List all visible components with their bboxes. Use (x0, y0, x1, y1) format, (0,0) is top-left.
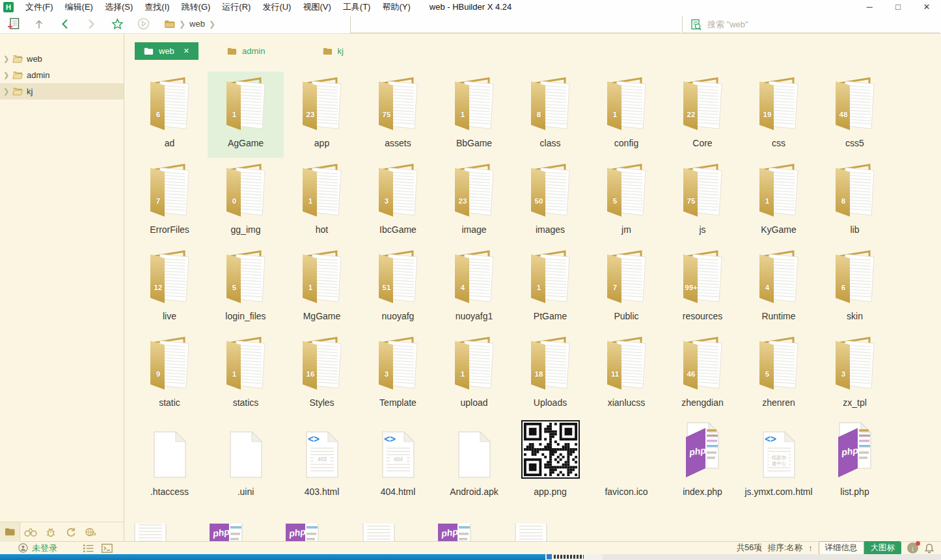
folder-item[interactable]: 18 Uploads (512, 331, 588, 418)
folder-item[interactable]: 5 login_files (208, 245, 284, 331)
folder-item[interactable]: 5 zhenren (741, 331, 817, 418)
detail-view-button[interactable]: 详细信息 (819, 541, 864, 555)
search-input[interactable]: 搜索 "web" (682, 16, 940, 33)
file-item[interactable]: <> 404 404.html (360, 418, 436, 524)
new-file-button[interactable] (0, 15, 26, 33)
close-icon[interactable]: ✕ (184, 47, 189, 55)
file-item[interactable]: app.png (512, 418, 588, 524)
large-icons-button[interactable]: 大图标 (864, 541, 902, 555)
file-item[interactable]: php list.php (817, 418, 893, 524)
menu-item[interactable]: 选择(S) (99, 0, 139, 14)
maximize-button[interactable]: □ (884, 0, 912, 14)
file-item[interactable]: php index.php (664, 418, 741, 524)
menu-item[interactable]: 跳转(G) (176, 0, 217, 14)
outline-list-icon[interactable] (83, 544, 94, 553)
binoculars-search-icon[interactable] (20, 522, 40, 542)
run-button[interactable] (130, 15, 156, 33)
folder-item[interactable]: 8 class (512, 72, 588, 158)
sidebar-item-admin[interactable]: ❯ admin (0, 67, 124, 83)
login-status[interactable]: 未登录 (32, 542, 57, 554)
sidebar-item-kj[interactable]: ❯ kj (0, 83, 124, 100)
folder-item[interactable]: 11 xianlucss (588, 331, 664, 418)
folder-item[interactable]: 16 Styles (284, 331, 360, 418)
folder-item[interactable]: 7 ErrorFiles (131, 158, 208, 245)
folder-item[interactable]: 1 AgGame (208, 72, 284, 158)
folder-item[interactable]: 1 statics (208, 331, 284, 418)
folder-item[interactable]: 22 Core (664, 72, 741, 158)
close-button[interactable]: ✕ (912, 0, 941, 14)
menu-item[interactable]: 工具(T) (337, 0, 377, 14)
file-item[interactable]: favicon.ico (588, 418, 664, 524)
folder-item[interactable]: 75 assets (360, 72, 436, 158)
folder-item[interactable]: 50 images (512, 158, 588, 245)
folder-item[interactable]: 1 MgGame (284, 245, 360, 331)
folder-item[interactable]: 23 image (436, 158, 512, 245)
folder-item[interactable]: 1 hot (284, 158, 360, 245)
web-globe-icon[interactable] (81, 522, 101, 542)
folder-item[interactable]: 19 css (741, 72, 817, 158)
chevron-right-icon[interactable]: ❯ (3, 71, 8, 79)
menu-item[interactable]: 发行(U) (256, 0, 297, 14)
file-item-partial[interactable]: <> (131, 524, 208, 541)
menu-item[interactable]: 运行(R) (216, 0, 256, 14)
file-item[interactable]: Android.apk (436, 418, 512, 524)
folder-item[interactable]: 6 ad (131, 72, 208, 158)
folder-item[interactable]: 3 IbcGame (360, 158, 436, 245)
folder-item[interactable]: 75 js (664, 158, 741, 245)
menu-item[interactable]: 视图(V) (297, 0, 336, 14)
sort-direction-icon[interactable]: ↑ (808, 544, 812, 553)
file-item-partial[interactable]: TXT (512, 524, 588, 541)
tab-web[interactable]: web ✕ (135, 42, 198, 60)
folder-item[interactable]: 3 Template (360, 331, 436, 418)
file-item-partial[interactable]: TXT (360, 524, 436, 541)
chevron-right-icon[interactable]: ❯ (3, 87, 8, 96)
sync-refresh-icon[interactable] (61, 522, 81, 542)
folder-item[interactable]: 1 config (588, 72, 664, 158)
breadcrumb-folder[interactable]: web (189, 19, 205, 29)
minimize-button[interactable]: ─ (855, 0, 884, 14)
forward-button[interactable] (78, 15, 104, 33)
file-item[interactable]: .uini (208, 418, 284, 524)
favorite-button[interactable] (104, 15, 130, 33)
breadcrumb[interactable]: ❯ web ❯ (164, 19, 215, 29)
folder-item[interactable]: 23 app (284, 72, 360, 158)
folder-item[interactable]: 0 gg_img (208, 158, 284, 245)
menu-item[interactable]: 文件(F) (20, 0, 59, 14)
file-item[interactable]: <> 线路加 速中心 js.ymxt.com.html (741, 418, 817, 524)
sidebar-item-web[interactable]: ❯ web (0, 51, 124, 67)
folder-item[interactable]: 6 skin (817, 245, 893, 331)
menu-item[interactable]: 帮助(Y) (376, 0, 416, 14)
file-item-partial[interactable]: php (284, 524, 360, 541)
folder-item[interactable]: 1 PtGame (512, 245, 588, 331)
tab-kj[interactable]: kj (314, 42, 353, 60)
bell-icon[interactable] (924, 543, 934, 553)
project-explorer-icon[interactable] (0, 522, 20, 542)
folder-item[interactable]: 4 nuoyafg1 (436, 245, 512, 331)
folder-item[interactable]: 4 Runtime (741, 245, 817, 331)
folder-item[interactable]: 1 BbGame (436, 72, 512, 158)
folder-item[interactable]: 3 zx_tpl (817, 331, 893, 418)
folder-item[interactable]: 48 css5 (817, 72, 893, 158)
file-item-partial[interactable]: php (436, 524, 512, 541)
folder-item[interactable]: 12 live (131, 245, 208, 331)
folder-item[interactable]: 7 Public (588, 245, 664, 331)
file-item[interactable]: <> 403 403.html (284, 418, 360, 524)
folder-item[interactable]: 51 nuoyafg (360, 245, 436, 331)
menu-item[interactable]: 编辑(E) (59, 0, 99, 14)
chevron-right-icon[interactable]: ❯ (3, 55, 8, 63)
folder-item[interactable]: 46 zhengdian (664, 331, 741, 418)
folder-item[interactable]: 1 KyGame (741, 158, 817, 245)
up-button[interactable] (26, 15, 52, 33)
update-notification-icon[interactable]: ↓ (907, 542, 918, 553)
file-item-partial[interactable]: php (208, 524, 284, 541)
tab-admin[interactable]: admin (218, 42, 274, 60)
terminal-icon[interactable] (102, 544, 113, 553)
folder-item[interactable]: 8 lib (817, 158, 893, 245)
menu-item[interactable]: 查找(I) (139, 0, 175, 14)
folder-item[interactable]: 9 static (131, 331, 208, 418)
back-button[interactable] (52, 15, 78, 33)
path-input[interactable] (350, 16, 681, 33)
bug-debug-icon[interactable] (40, 522, 61, 542)
sort-label[interactable]: 排序:名称 (768, 542, 802, 553)
folder-item[interactable]: 99+ resources (664, 245, 741, 331)
